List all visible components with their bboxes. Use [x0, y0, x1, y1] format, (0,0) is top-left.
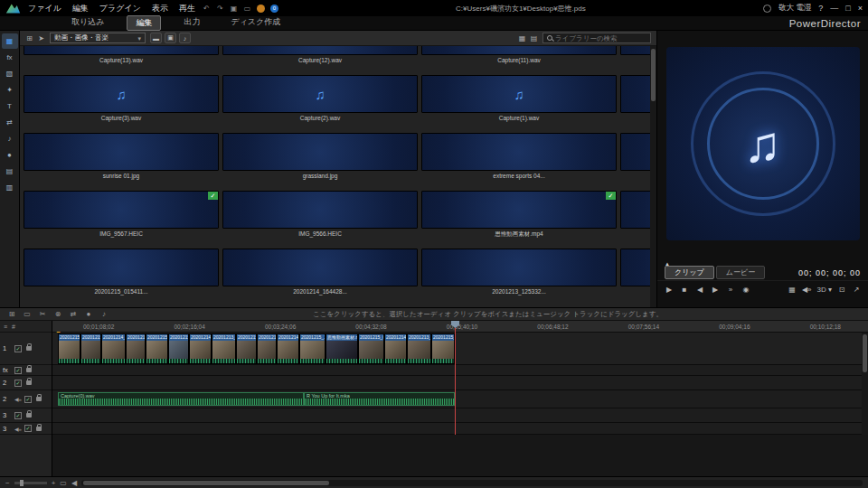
lock-icon[interactable] — [26, 380, 32, 385]
grid-options-icon[interactable]: # — [12, 324, 15, 330]
overlay-room-icon[interactable]: ▧ — [2, 66, 18, 81]
track-enable-checkbox[interactable] — [24, 425, 32, 432]
voiceover-room-icon[interactable]: ● — [2, 147, 18, 163]
media-item[interactable]: grassland.jpg — [221, 131, 420, 189]
fast-forward-button[interactable]: » — [726, 286, 735, 294]
media-item[interactable]: 360 extreme sports 04... — [420, 131, 618, 189]
media-item[interactable]: Capture(13).wav — [22, 46, 221, 73]
timeline-video-clip[interactable]: 20201215_0... — [168, 333, 189, 364]
timeline-video-clip[interactable]: 20201215_0... — [431, 333, 455, 364]
timeline-video-clip[interactable]: 思惟動画素材.mp4 — [326, 333, 358, 364]
stop-button[interactable]: ■ — [680, 286, 689, 294]
library-scrollbar-thumb[interactable] — [651, 49, 656, 101]
lock-icon[interactable] — [36, 397, 42, 401]
timeline-video-clip[interactable]: 20201214_1... — [101, 333, 126, 364]
track-header-video-2[interactable]: 2 — [0, 376, 52, 390]
tab-capture[interactable]: 取り込み — [63, 15, 112, 31]
user-name[interactable]: 敬大 電湿 — [778, 3, 811, 14]
split-button[interactable]: ✂ — [38, 310, 47, 318]
help-button[interactable]: ? — [818, 4, 823, 13]
track-2-audio-lane[interactable]: Capture(0).wav R You Up for It.mka — [52, 390, 868, 408]
movie-mode-tab[interactable]: ムービー — [716, 266, 765, 279]
scroll-left-button[interactable]: ◀ — [71, 479, 77, 487]
snapshot-button[interactable]: ◉ — [741, 286, 750, 294]
fit-timeline-button[interactable]: ▭ — [60, 479, 67, 487]
media-item[interactable]: 思惟動画素材.mp4 — [420, 189, 618, 247]
undo-icon[interactable]: ↶ — [203, 5, 211, 13]
timeline-video-clip[interactable]: 20201214_1... — [189, 333, 212, 364]
library-scrollbar[interactable] — [650, 46, 656, 307]
media-filter-dropdown[interactable]: 動画・画像・音楽 — [50, 33, 146, 43]
timeline-video-clip[interactable]: 20201215_0... — [236, 333, 257, 364]
subtitle-room-icon[interactable]: ▥ — [2, 180, 18, 195]
track-enable-checkbox[interactable] — [14, 380, 22, 387]
minimize-button[interactable]: — — [830, 4, 838, 13]
record-voiceover-button[interactable]: ● — [84, 310, 93, 318]
timeline-video-clip[interactable]: 20201215_0... — [257, 333, 277, 364]
menu-plugin[interactable]: プラグイン — [99, 3, 141, 14]
lock-icon[interactable] — [26, 368, 32, 372]
menu-play[interactable]: 再生 — [179, 3, 195, 14]
track-header-audio-3[interactable]: 3 — [0, 423, 52, 435]
track-1-video-lane[interactable]: 20201215_0... 20201215_0... 20201214_1..… — [52, 333, 868, 365]
effect-room-icon[interactable]: fx — [2, 50, 18, 65]
menu-view[interactable]: 表示 — [152, 3, 168, 14]
timeline-audio-clip[interactable]: Capture(0).wav — [58, 392, 304, 406]
tab-create-disc[interactable]: ディスク作成 — [222, 15, 288, 31]
menu-edit[interactable]: 編集 — [72, 3, 89, 14]
ruler-options-icon[interactable]: ≡ — [4, 324, 7, 330]
media-item[interactable]: 20201213_125332... — [420, 247, 618, 305]
detail-view-button[interactable]: ▤ — [530, 34, 538, 42]
fx-track-lane[interactable] — [52, 365, 868, 376]
filter-audio-button[interactable]: ♪ — [179, 33, 191, 43]
menu-file[interactable]: ファイル — [28, 3, 61, 14]
playhead[interactable] — [455, 321, 456, 435]
timeline-hscrollbar[interactable] — [81, 480, 863, 486]
media-item[interactable]: IMG_9566.HEIC — [221, 189, 420, 247]
3d-button[interactable]: 3D ▾ — [817, 286, 832, 294]
media-item[interactable]: Capture(12).wav — [221, 46, 420, 73]
lock-icon[interactable] — [36, 427, 42, 431]
track-manager-button[interactable]: ⊞ — [7, 310, 16, 318]
transition-room-icon[interactable]: ⇄ — [2, 115, 18, 130]
lock-icon[interactable] — [26, 413, 32, 418]
timeline-video-clip[interactable]: 20201214_1... — [277, 333, 299, 364]
particle-room-icon[interactable]: ✦ — [2, 82, 18, 98]
lock-icon[interactable] — [26, 346, 32, 351]
music-beat-button[interactable]: ♪ — [99, 310, 108, 318]
capture-icon[interactable]: ▣ — [230, 5, 238, 13]
user-avatar-icon[interactable] — [763, 5, 771, 13]
clip-mode-tab[interactable]: クリップ — [665, 266, 714, 279]
audio-mixing-room-icon[interactable]: ♪ — [2, 131, 18, 146]
maximize-button[interactable]: □ — [845, 4, 850, 13]
import-media-icon[interactable]: ⊞ — [25, 34, 33, 42]
media-item[interactable]: sunrise 01.jpg — [22, 131, 221, 189]
track-3-video-lane[interactable] — [52, 408, 868, 423]
track-enable-checkbox[interactable] — [24, 396, 32, 403]
timeline-video-clip[interactable]: 20201213_1... — [212, 333, 236, 364]
download-media-icon[interactable]: ➤ — [37, 34, 45, 42]
timeline-ruler[interactable]: 00;01;08;0200;02;16;0400;03;24;0600;04;3… — [52, 321, 868, 333]
timeline-hscrollbar-thumb[interactable] — [83, 481, 329, 485]
select-range-button[interactable]: ▭ — [23, 310, 32, 318]
zoom-out-button[interactable]: − — [5, 479, 10, 487]
play-button[interactable]: ▶ — [665, 286, 674, 294]
grid-view-button[interactable]: ▦ — [518, 34, 526, 42]
track-header-video-1[interactable]: 1 — [0, 333, 52, 365]
zoom-slider[interactable] — [14, 482, 47, 484]
search-input[interactable] — [555, 34, 646, 42]
crop-icon[interactable]: ▭ — [243, 5, 251, 13]
remove-button[interactable]: ⊗ — [53, 310, 62, 318]
track-header-fx[interactable]: fx — [0, 365, 52, 376]
title-room-icon[interactable]: T — [2, 99, 18, 114]
speaker-icon[interactable] — [14, 396, 22, 402]
undock-button[interactable]: ↗ — [852, 286, 861, 294]
notification-badge-blue[interactable]: 0 — [270, 5, 278, 13]
speaker-icon[interactable] — [14, 426, 22, 432]
fullscreen-button[interactable]: ⊡ — [837, 286, 846, 294]
track-header-video-3[interactable]: 3 — [0, 408, 52, 423]
timeline-video-clip[interactable]: 20201215_0... — [358, 333, 384, 364]
media-room-icon[interactable]: ▦ — [2, 33, 18, 49]
previous-frame-button[interactable]: ◀ — [695, 286, 704, 294]
zoom-slider-thumb[interactable] — [20, 480, 24, 486]
